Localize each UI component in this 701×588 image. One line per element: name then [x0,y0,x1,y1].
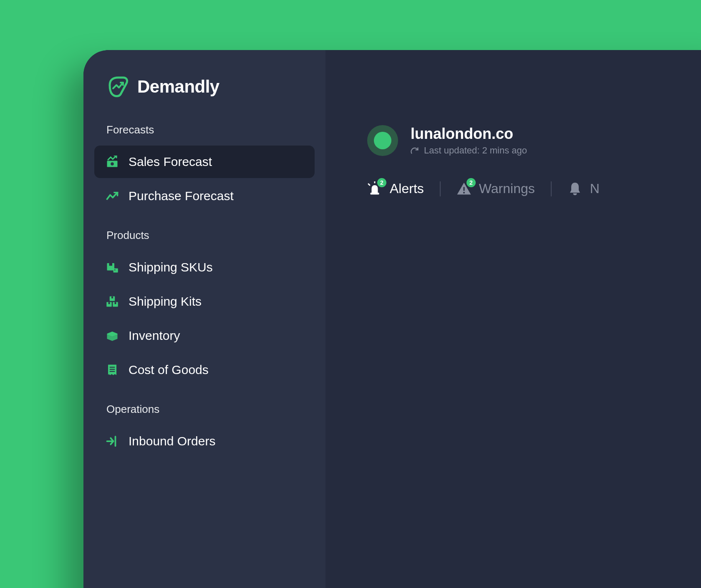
last-updated-text: Last updated: 2 mins ago [424,145,527,156]
bell-icon [567,181,582,196]
svg-line-16 [368,184,370,185]
nav-section-products: Products Shipping SKUs [83,229,325,386]
svg-rect-13 [110,369,115,370]
brand-logo[interactable]: Demandly [83,75,325,123]
sidebar-item-inbound-orders[interactable]: Inbound Orders [94,425,315,457]
tab-divider [551,181,552,196]
site-name: lunalondon.co [411,125,527,143]
trend-up-icon [106,190,119,202]
nav-section-title: Operations [83,403,325,423]
tab-warnings[interactable]: 2 Warnings [456,181,535,196]
package-icon [106,329,119,342]
tab-label: Warnings [479,181,535,196]
tab-badge: 2 [466,178,476,187]
receipt-icon [106,364,119,376]
nav-item-label: Purchase Forecast [129,189,234,203]
nav-item-label: Cost of Goods [129,363,209,377]
tab-label: N [590,181,600,196]
nav-section-title: Forecasts [83,123,325,144]
svg-point-5 [114,269,116,271]
svg-rect-3 [109,263,113,266]
alert-siren-icon: 2 [367,181,382,196]
sidebar: Demandly Forecasts Sales Forecast [83,50,325,588]
nav-item-label: Inbound Orders [129,434,215,448]
cash-chart-icon [106,156,119,168]
svg-rect-7 [111,297,113,299]
tab-alerts[interactable]: 2 Alerts [367,181,424,196]
nav-item-label: Shipping SKUs [129,260,213,274]
sidebar-item-sales-forecast[interactable]: Sales Forecast [94,146,315,178]
svg-rect-12 [110,367,115,368]
nav-section-title: Products [83,229,325,249]
tab-badge: 2 [377,178,386,187]
site-header: lunalondon.co Last updated: 2 mins ago [367,125,701,156]
svg-point-1 [111,162,114,166]
sidebar-item-shipping-skus[interactable]: Shipping SKUs [94,251,315,284]
warning-triangle-icon: 2 [456,181,472,196]
inbound-arrow-icon [106,435,119,447]
svg-rect-14 [110,371,115,372]
sidebar-item-cost-of-goods[interactable]: Cost of Goods [94,354,315,386]
box-tag-icon [106,261,119,274]
main-content: lunalondon.co Last updated: 2 mins ago [325,50,701,588]
tab-label: Alerts [390,181,424,196]
app-window: Demandly Forecasts Sales Forecast [83,50,701,588]
status-dot-icon [374,132,391,149]
site-info: lunalondon.co Last updated: 2 mins ago [411,125,527,156]
refresh-icon[interactable] [411,146,419,155]
nav-item-label: Shipping Kits [129,294,202,309]
svg-point-20 [463,192,465,193]
nav-section-operations: Operations Inbound Orders [83,403,325,457]
svg-rect-19 [463,187,464,191]
sidebar-item-purchase-forecast[interactable]: Purchase Forecast [94,180,315,212]
nav-section-forecasts: Forecasts Sales Forecast [83,123,325,212]
demandly-logo-icon [106,75,130,98]
svg-rect-9 [108,302,110,304]
sidebar-item-inventory[interactable]: Inventory [94,319,315,352]
nav-item-label: Inventory [129,329,180,343]
boxes-icon [106,295,119,308]
status-indicator [367,125,398,156]
svg-rect-4 [113,269,118,273]
sidebar-item-shipping-kits[interactable]: Shipping Kits [94,285,315,318]
tabs-row: 2 Alerts 2 Warnings [367,181,701,196]
svg-rect-15 [371,193,379,195]
nav-item-label: Sales Forecast [129,155,212,169]
tab-divider [440,181,441,196]
tab-notifications[interactable]: N [567,181,600,196]
brand-name: Demandly [137,77,219,97]
last-updated-row: Last updated: 2 mins ago [411,145,527,156]
svg-rect-11 [115,302,116,304]
